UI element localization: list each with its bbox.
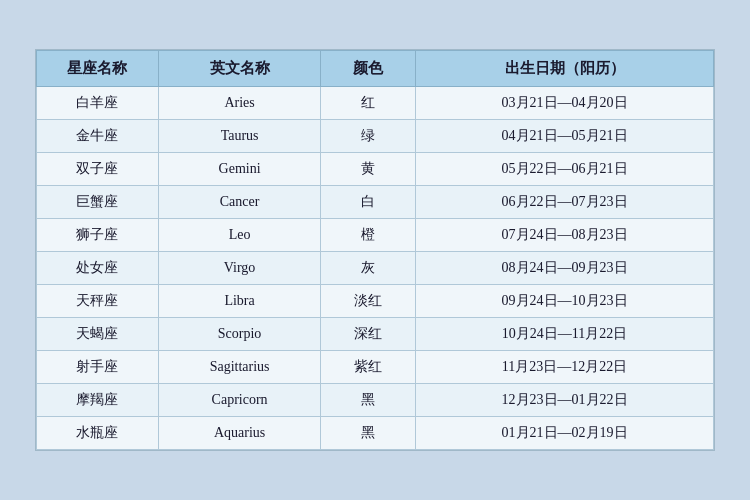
table-header-row: 星座名称 英文名称 颜色 出生日期（阳历） xyxy=(37,51,714,87)
cell-chinese-name: 天秤座 xyxy=(37,285,159,318)
zodiac-table-container: 星座名称 英文名称 颜色 出生日期（阳历） 白羊座Aries红03月21日—04… xyxy=(35,49,715,451)
cell-english-name: Capricorn xyxy=(158,384,320,417)
header-english-name: 英文名称 xyxy=(158,51,320,87)
cell-birthdate: 04月21日—05月21日 xyxy=(416,120,714,153)
cell-birthdate: 06月22日—07月23日 xyxy=(416,186,714,219)
table-row: 金牛座Taurus绿04月21日—05月21日 xyxy=(37,120,714,153)
cell-color: 绿 xyxy=(321,120,416,153)
cell-chinese-name: 射手座 xyxy=(37,351,159,384)
cell-chinese-name: 狮子座 xyxy=(37,219,159,252)
cell-birthdate: 08月24日—09月23日 xyxy=(416,252,714,285)
cell-color: 白 xyxy=(321,186,416,219)
cell-birthdate: 09月24日—10月23日 xyxy=(416,285,714,318)
table-row: 水瓶座Aquarius黑01月21日—02月19日 xyxy=(37,417,714,450)
cell-birthdate: 10月24日—11月22日 xyxy=(416,318,714,351)
table-row: 狮子座Leo橙07月24日—08月23日 xyxy=(37,219,714,252)
table-row: 白羊座Aries红03月21日—04月20日 xyxy=(37,87,714,120)
header-chinese-name: 星座名称 xyxy=(37,51,159,87)
cell-chinese-name: 天蝎座 xyxy=(37,318,159,351)
zodiac-table: 星座名称 英文名称 颜色 出生日期（阳历） 白羊座Aries红03月21日—04… xyxy=(36,50,714,450)
table-row: 巨蟹座Cancer白06月22日—07月23日 xyxy=(37,186,714,219)
cell-chinese-name: 处女座 xyxy=(37,252,159,285)
cell-chinese-name: 双子座 xyxy=(37,153,159,186)
cell-chinese-name: 巨蟹座 xyxy=(37,186,159,219)
table-row: 天蝎座Scorpio深红10月24日—11月22日 xyxy=(37,318,714,351)
cell-birthdate: 03月21日—04月20日 xyxy=(416,87,714,120)
cell-color: 紫红 xyxy=(321,351,416,384)
cell-color: 黑 xyxy=(321,417,416,450)
table-row: 摩羯座Capricorn黑12月23日—01月22日 xyxy=(37,384,714,417)
table-row: 天秤座Libra淡红09月24日—10月23日 xyxy=(37,285,714,318)
cell-color: 红 xyxy=(321,87,416,120)
cell-color: 黄 xyxy=(321,153,416,186)
cell-english-name: Leo xyxy=(158,219,320,252)
cell-english-name: Libra xyxy=(158,285,320,318)
header-birthdate: 出生日期（阳历） xyxy=(416,51,714,87)
cell-birthdate: 07月24日—08月23日 xyxy=(416,219,714,252)
cell-chinese-name: 水瓶座 xyxy=(37,417,159,450)
cell-english-name: Cancer xyxy=(158,186,320,219)
cell-english-name: Sagittarius xyxy=(158,351,320,384)
table-row: 双子座Gemini黄05月22日—06月21日 xyxy=(37,153,714,186)
cell-chinese-name: 摩羯座 xyxy=(37,384,159,417)
cell-color: 灰 xyxy=(321,252,416,285)
cell-birthdate: 11月23日—12月22日 xyxy=(416,351,714,384)
table-row: 射手座Sagittarius紫红11月23日—12月22日 xyxy=(37,351,714,384)
cell-english-name: Aquarius xyxy=(158,417,320,450)
cell-color: 淡红 xyxy=(321,285,416,318)
cell-english-name: Taurus xyxy=(158,120,320,153)
cell-english-name: Scorpio xyxy=(158,318,320,351)
cell-english-name: Virgo xyxy=(158,252,320,285)
cell-color: 深红 xyxy=(321,318,416,351)
cell-birthdate: 12月23日—01月22日 xyxy=(416,384,714,417)
cell-chinese-name: 金牛座 xyxy=(37,120,159,153)
cell-chinese-name: 白羊座 xyxy=(37,87,159,120)
cell-english-name: Gemini xyxy=(158,153,320,186)
cell-birthdate: 01月21日—02月19日 xyxy=(416,417,714,450)
header-color: 颜色 xyxy=(321,51,416,87)
cell-birthdate: 05月22日—06月21日 xyxy=(416,153,714,186)
table-row: 处女座Virgo灰08月24日—09月23日 xyxy=(37,252,714,285)
cell-english-name: Aries xyxy=(158,87,320,120)
cell-color: 橙 xyxy=(321,219,416,252)
cell-color: 黑 xyxy=(321,384,416,417)
